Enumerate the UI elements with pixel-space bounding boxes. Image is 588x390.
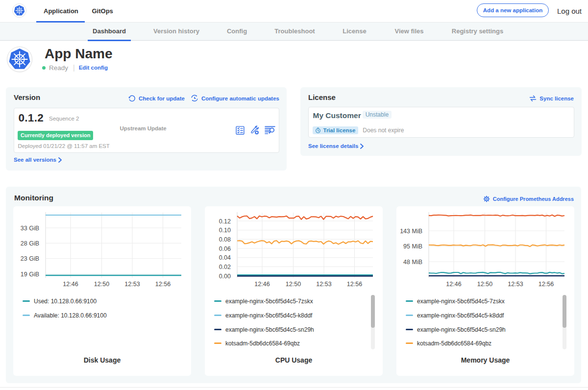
svg-text:143 MiB: 143 MiB (400, 227, 422, 234)
svg-text:12:56: 12:56 (155, 280, 171, 287)
svg-text:12:53: 12:53 (124, 280, 140, 287)
svg-text:28 GiB: 28 GiB (21, 240, 39, 246)
svg-text:12:53: 12:53 (508, 280, 523, 287)
svg-text:0.12: 0.12 (219, 218, 231, 224)
svg-text:48 MiB: 48 MiB (403, 258, 422, 265)
svg-text:12:56: 12:56 (347, 280, 362, 287)
svg-text:23 GiB: 23 GiB (21, 255, 39, 262)
svg-text:0.02: 0.02 (219, 263, 231, 270)
svg-text:95 MiB: 95 MiB (403, 243, 422, 250)
svg-text:12:53: 12:53 (316, 280, 331, 287)
svg-text:12:50: 12:50 (94, 280, 109, 287)
svg-text:12:46: 12:46 (254, 280, 270, 287)
svg-text:0.06: 0.06 (219, 245, 231, 252)
svg-text:0.04: 0.04 (219, 254, 231, 261)
svg-text:12:56: 12:56 (539, 280, 554, 287)
svg-text:12:50: 12:50 (477, 280, 492, 287)
svg-text:0.08: 0.08 (219, 236, 231, 243)
svg-text:0.10: 0.10 (219, 227, 231, 234)
svg-text:12:46: 12:46 (63, 280, 78, 287)
svg-text:0.00: 0.00 (219, 272, 231, 279)
svg-text:12:50: 12:50 (286, 280, 301, 287)
svg-text:33 GiB: 33 GiB (21, 224, 39, 231)
svg-text:19 GiB: 19 GiB (21, 270, 39, 277)
svg-text:12:46: 12:46 (446, 280, 461, 287)
